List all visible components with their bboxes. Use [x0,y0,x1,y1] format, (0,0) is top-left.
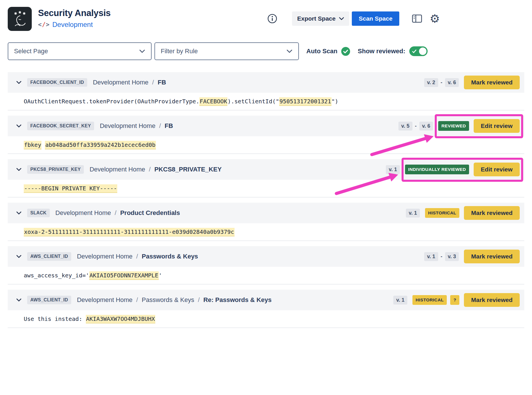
chevron-down-icon [139,49,145,53]
version-badge: v. 1 [406,209,420,218]
collapse-chevron-icon[interactable] [16,80,22,85]
breadcrumb-separator: / [152,79,154,86]
breadcrumb-item[interactable]: Development Home [55,209,111,217]
status-badge: INDIVIDUALLY REVIEWED [405,165,469,174]
code-line: -----BEGIN PRIVATE KEY----- [24,185,117,192]
review-action-button[interactable]: Mark reviewed [464,76,520,89]
breadcrumb-separator: / [159,122,161,130]
select-page-dropdown[interactable]: Select Page [8,42,152,60]
collapse-chevron-icon[interactable] [16,167,22,172]
finding-header: FACEBOOK_CLIENT_ID Development Home/FB v… [8,72,524,93]
breadcrumb-item[interactable]: Re: Passwords & Keys [203,296,271,304]
toggle-check-icon [412,50,416,53]
breadcrumb-item[interactable]: Development Home [77,253,132,260]
code-text: aws_access_key_id=' [24,272,89,279]
breadcrumb-item[interactable]: Development Home [93,79,148,86]
secret-highlight: 950513172001321 [279,97,331,106]
status-group: REVIEWED [438,121,469,131]
finding-header: AWS_CLIENT_ID Development Home/Passwords… [8,290,524,310]
version-badge: v. 1 [393,296,407,305]
secret-highlight: AKIA3WAXW7OO4MDJBUHX [86,315,155,323]
breadcrumb: Development Home/PKCS8_PRIVATE_KEY [90,166,222,173]
version-range: v. 1-v. 3 [424,252,459,261]
code-icon-slash: / [42,21,46,28]
rule-badge: SLACK [27,209,50,217]
version-badge: v. 3 [445,252,459,261]
review-action-button[interactable]: Mark reviewed [464,293,520,307]
panel-layout-icon[interactable] [411,13,423,24]
chevron-down-icon [339,17,344,20]
status-badge: ? [450,295,459,305]
header-actions: Export Space Scan Space ⚙ [267,11,441,26]
rule-badge: AWS_CLIENT_ID [27,296,71,304]
breadcrumb: Development Home/FB [93,79,166,86]
status-badge: HISTORICAL [425,208,459,218]
collapse-chevron-icon[interactable] [16,298,22,302]
code-text: ' [159,272,162,279]
auto-scan-check-icon [341,47,350,56]
breadcrumb-item[interactable]: FB [158,79,166,86]
select-page-value: Select Page [14,48,48,55]
review-action-button[interactable]: Mark reviewed [464,206,520,220]
breadcrumb-item[interactable]: Product Credentials [120,209,180,217]
status-group: INDIVIDUALLY REVIEWED [405,165,469,174]
space-row: </> Development [38,21,111,29]
status-group: HISTORICAL? [412,295,459,305]
app-logo-icon [11,10,29,28]
version-range: v. 5-v. 6 [398,122,433,131]
rule-badge: PKCS8_PRIVATE_KEY [27,165,84,174]
code-text: ).setClientId(" [227,98,279,105]
version-badge: v. 1 [386,165,400,174]
collapse-chevron-icon[interactable] [16,211,22,215]
breadcrumb-item[interactable]: Development Home [100,122,155,130]
rule-badge: FACEBOOK_CLIENT_ID [27,78,87,87]
code-icon-close: > [46,21,49,28]
review-action-button[interactable]: Edit review [474,119,520,133]
collapse-chevron-icon[interactable] [16,124,22,128]
version-badge: v. 6 [419,122,433,131]
page-title: Security Analysis [38,8,111,18]
code-line: OAuthClientRequest.tokenProvider(OAuthPr… [24,98,338,105]
finding-header: PKCS8_PRIVATE_KEY Development Home/PKCS8… [8,159,524,180]
code-line: Use this instead: AKIA3WAXW7OO4MDJBUHX [24,315,155,322]
review-action-button[interactable]: Mark reviewed [464,250,520,263]
review-action-button[interactable]: Edit review [474,163,520,176]
breadcrumb-item[interactable]: Development Home [90,166,145,173]
breadcrumb-item[interactable]: Development Home [77,296,132,304]
space-link[interactable]: Development [52,21,93,29]
code-line: aws_access_key_id='AKIAIO5FODNN7EXAMPLE' [24,272,162,279]
secret-highlight: AKIAIO5FODNN7EXAMPLE [89,271,159,280]
security-analysis-page: Security Analysis </> Development Export… [0,0,532,395]
finding-header: AWS_CLIENT_ID Development Home/Passwords… [8,246,524,267]
version-dash: - [415,123,417,129]
code-icon-open: < [38,21,42,28]
finding-card: AWS_CLIENT_ID Development Home/Passwords… [8,246,524,285]
breadcrumb-item[interactable]: Passwords & Keys [142,296,194,304]
show-reviewed-toggle[interactable] [409,46,428,56]
breadcrumb-item[interactable]: PKCS8_PRIVATE_KEY [154,166,222,173]
breadcrumb: Development Home/Product Credentials [55,209,180,217]
info-icon[interactable] [267,13,278,24]
breadcrumb: Development Home/FB [100,122,173,130]
export-space-label: Export Space [297,15,336,22]
filter-by-rule-value: Filter by Rule [161,48,198,55]
filter-by-rule-dropdown[interactable]: Filter by Rule [154,42,299,60]
version-range: v. 1 [406,209,420,218]
rule-badge: AWS_CLIENT_ID [27,252,71,261]
export-space-button[interactable]: Export Space [292,11,349,26]
scan-space-button[interactable]: Scan Space [352,11,399,26]
finding-body: xoxa-2-511111111-31111111111-31111111111… [8,223,524,240]
filter-bar: Select Page Filter by Rule Auto Scan Sho… [8,42,524,60]
breadcrumb-separator: / [198,296,200,304]
action-group: Mark reviewed [464,76,520,89]
settings-gear-icon[interactable]: ⚙ [428,12,441,25]
code-line: fbkey ab048ad50ffa33959a242b1ecec6ed0b [24,141,156,148]
breadcrumb-item[interactable]: FB [165,122,173,130]
finding-body: OAuthClientRequest.tokenProvider(OAuthPr… [8,93,524,110]
code-icon: </> [38,21,49,28]
version-range: v. 2-v. 6 [424,78,459,87]
code-text: OAuthClientRequest.tokenProvider(OAuthPr… [24,98,199,105]
breadcrumb-item[interactable]: Passwords & Keys [142,253,198,260]
collapse-chevron-icon[interactable] [16,254,22,259]
breadcrumb-separator: / [136,296,138,304]
